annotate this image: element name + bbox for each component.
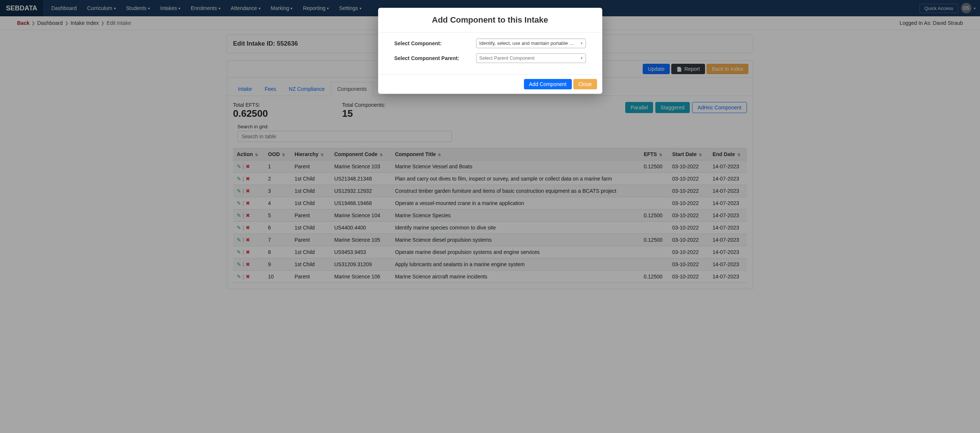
select-parent-dropdown[interactable]: Select Parent Component bbox=[476, 53, 586, 63]
modal-title: Add Component to this Intake bbox=[385, 15, 595, 25]
add-component-button[interactable]: Add Component bbox=[524, 79, 572, 89]
close-button[interactable]: Close bbox=[573, 79, 597, 89]
select-component-label: Select Component: bbox=[395, 40, 476, 46]
add-component-modal: Add Component to this Intake Select Comp… bbox=[378, 8, 602, 94]
select-parent-label: Select Component Parent: bbox=[395, 55, 476, 61]
select-component-dropdown[interactable]: Identify, select, use and maintain porta… bbox=[476, 38, 586, 48]
